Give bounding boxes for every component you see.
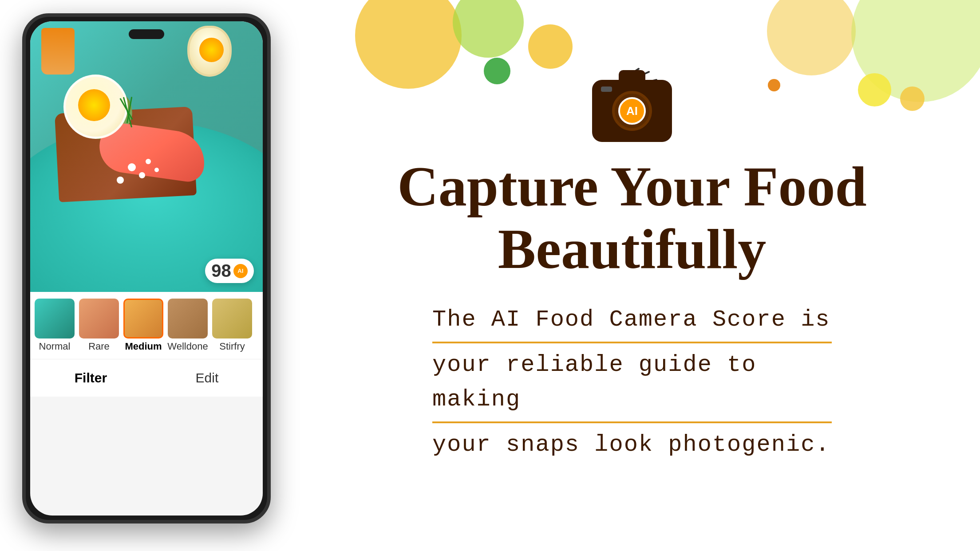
title-line1: Capture Your Food — [397, 155, 866, 218]
subtitle-line-2: your reliable guide to making — [432, 348, 832, 423]
cheese-crumble-4 — [117, 177, 124, 184]
right-panel: AI Capture Your Food Beautifully The AI … — [284, 0, 980, 551]
filter-medium[interactable]: Medium — [121, 299, 166, 352]
filter-stirfry[interactable]: Stirfry — [210, 299, 254, 352]
filter-normal-label: Normal — [39, 341, 71, 352]
title-line2: Beautifully — [397, 218, 866, 280]
subtitle-block: The AI Food Camera Score is your reliabl… — [432, 303, 832, 471]
food-image-area: 98 AI — [30, 21, 263, 292]
score-badge: 98 AI — [205, 259, 254, 283]
filter-stirfry-label: Stirfry — [219, 341, 245, 352]
cheese-crumble-2 — [139, 172, 145, 178]
score-number: 98 — [211, 261, 231, 281]
filter-rare[interactable]: Rare — [77, 299, 121, 352]
camera-icon-wrapper: AI — [592, 80, 672, 142]
bg-egg-container — [187, 26, 232, 77]
camera-bump — [619, 70, 645, 83]
camera-body: AI — [592, 80, 672, 142]
filter-bar: Normal Rare Medium Welldone — [30, 292, 263, 359]
bottom-bar: Filter Edit — [30, 359, 263, 397]
subtitle-line-1: The AI Food Camera Score is — [432, 303, 832, 343]
cheese-crumble-1 — [128, 163, 136, 171]
score-ai-badge: AI — [233, 264, 248, 278]
camera-lens: AI — [612, 91, 652, 131]
filter-welldone[interactable]: Welldone — [166, 299, 210, 352]
herb-garnish — [119, 97, 137, 132]
edit-button[interactable]: Edit — [196, 370, 219, 386]
camera-flash — [601, 87, 612, 92]
subtitle-line-3: your snaps look photogenic. — [432, 428, 832, 467]
filter-normal[interactable]: Normal — [32, 299, 77, 352]
juice-glass — [41, 28, 75, 75]
phone-frame: 98 AI Normal Rare — [22, 13, 271, 523]
food-egg — [63, 75, 128, 139]
main-title: Capture Your Food Beautifully — [397, 155, 866, 280]
filter-button[interactable]: Filter — [75, 370, 107, 386]
bg-egg-yolk — [199, 38, 224, 62]
cheese-crumble-5 — [154, 168, 159, 172]
cheese-crumble-3 — [146, 159, 151, 164]
filter-rare-label: Rare — [88, 341, 110, 352]
egg-yolk — [78, 89, 110, 121]
phone-screen: 98 AI Normal Rare — [30, 21, 263, 516]
ai-camera-badge: AI — [618, 97, 646, 125]
phone-notch — [129, 29, 164, 39]
phone-mockup: 98 AI Normal Rare — [22, 13, 284, 537]
filter-medium-label: Medium — [125, 341, 162, 352]
filter-welldone-label: Welldone — [167, 341, 208, 352]
